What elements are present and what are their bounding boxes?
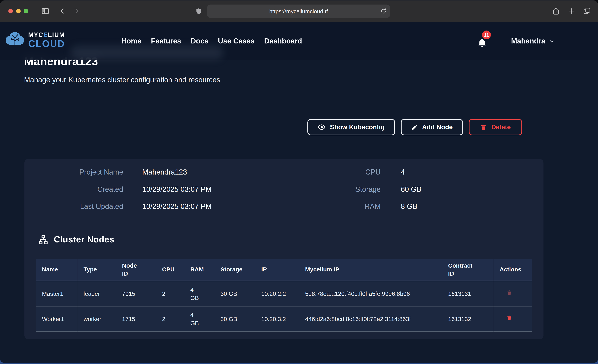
cluster-nodes-table: Name Type Node ID CPU RAM Storage IP Myc… (36, 259, 532, 332)
chevron-down-icon (549, 38, 554, 44)
nav-link-docs[interactable]: Docs (191, 37, 208, 45)
cell-ip: 10.20.3.2 (255, 306, 299, 331)
info-value: 10/29/2025 03:07 PM (142, 185, 212, 194)
url-text: https://myceliumcloud.tf (269, 8, 328, 14)
info-label: Project Name (25, 168, 123, 176)
col-header-mycelium-ip: Mycelium IP (299, 259, 442, 281)
info-row-cpu: CPU 4 (291, 164, 421, 181)
info-row-storage: Storage 60 GB (291, 181, 421, 198)
col-header-cpu: CPU (156, 259, 184, 281)
user-menu[interactable]: Mahendra (511, 22, 554, 60)
info-label: RAM (291, 202, 381, 211)
table-header-row: Name Type Node ID CPU RAM Storage IP Myc… (36, 259, 532, 281)
eye-icon (318, 123, 326, 131)
cell-actions (493, 281, 532, 306)
user-name: Mahendra (511, 37, 545, 45)
cluster-info-left: Project Name Mahendra123 Created 10/29/2… (25, 164, 212, 215)
site-logo[interactable]: MYCELIUM CLOUD (5, 31, 65, 49)
bell-icon (477, 38, 487, 49)
minimize-window-button[interactable] (16, 9, 21, 13)
new-tab-icon[interactable] (567, 7, 576, 16)
cell-ram: 4 GB (184, 281, 215, 306)
table-row: Worker1 worker 1715 2 4 GB 30 GB 10.20.3… (36, 306, 532, 331)
info-value: 4 (401, 168, 405, 176)
info-label: Storage (291, 185, 381, 194)
cell-storage: 30 GB (214, 281, 255, 306)
col-header-actions: Actions (493, 259, 532, 281)
cell-node-id: 1715 (116, 306, 156, 331)
trash-icon (480, 124, 487, 131)
info-label: Created (25, 185, 123, 194)
col-header-contract-id: Contract ID (442, 259, 493, 281)
share-icon[interactable] (552, 7, 561, 16)
info-row-project-name: Project Name Mahendra123 (25, 164, 212, 181)
cloud-logo-icon (5, 31, 25, 49)
delete-label: Delete (491, 123, 511, 131)
delete-node-button[interactable] (507, 289, 512, 296)
notification-badge: 11 (482, 31, 491, 39)
col-header-ip: IP (255, 259, 299, 281)
cell-ram: 4 GB (184, 306, 215, 331)
cluster-actions: Show Kubeconfig Add Node Delete (307, 119, 522, 135)
col-header-node-id: Node ID (116, 259, 156, 281)
nav-links: Home Features Docs Use Cases Dashboard (121, 22, 302, 60)
nav-link-home[interactable]: Home (121, 37, 141, 45)
address-bar[interactable]: https://myceliumcloud.tf (207, 5, 390, 18)
info-value: Mahendra123 (142, 168, 187, 176)
back-icon[interactable] (58, 7, 67, 15)
info-row-created: Created 10/29/2025 03:07 PM (25, 181, 212, 198)
logo-line1: MYCELIUM (28, 32, 65, 38)
info-label: Last Updated (25, 202, 123, 211)
info-value: 60 GB (401, 185, 421, 194)
cell-mycelium-ip: 5d8:78ea:a120:f40c:ff0f:a5fe:99e6:8b96 (299, 281, 442, 306)
privacy-shield-icon[interactable] (195, 7, 202, 15)
info-row-last-updated: Last Updated 10/29/2025 03:07 PM (25, 198, 212, 215)
cell-ip: 10.20.2.2 (255, 281, 299, 306)
cell-name: Master1 (36, 281, 77, 306)
add-node-label: Add Node (422, 123, 453, 131)
logo-wordmark: MYCELIUM CLOUD (28, 32, 65, 48)
col-header-type: Type (77, 259, 116, 281)
trash-icon (507, 314, 512, 321)
nav-link-use-cases[interactable]: Use Cases (218, 37, 255, 45)
page-subtitle: Manage your Kubernetes cluster configura… (24, 76, 220, 84)
forward-icon (73, 7, 81, 15)
browser-window: https://myceliumcloud.tf Mahendra123 Man… (0, 0, 598, 363)
network-icon (38, 234, 49, 245)
add-node-button[interactable]: Add Node (401, 119, 463, 135)
web-page: Mahendra123 Manage your Kubernetes clust… (0, 22, 598, 363)
show-kubeconfig-button[interactable]: Show Kubeconfig (307, 119, 395, 135)
cell-type: worker (77, 306, 116, 331)
delete-node-button[interactable] (507, 314, 512, 321)
info-label: CPU (291, 168, 381, 176)
cluster-nodes-heading: Cluster Nodes (38, 234, 114, 245)
cell-actions (493, 306, 532, 331)
cluster-nodes-title: Cluster Nodes (54, 234, 114, 245)
zoom-window-button[interactable] (24, 9, 28, 13)
col-header-name: Name (36, 259, 77, 281)
cell-cpu: 2 (156, 281, 184, 306)
cell-type: leader (77, 281, 116, 306)
cell-storage: 30 GB (214, 306, 255, 331)
cell-contract-id: 1613132 (442, 306, 493, 331)
nav-link-dashboard[interactable]: Dashboard (264, 37, 302, 45)
pencil-icon (411, 124, 418, 131)
info-row-ram: RAM 8 GB (291, 198, 421, 215)
col-header-storage: Storage (214, 259, 255, 281)
browser-toolbar: https://myceliumcloud.tf (0, 0, 598, 22)
window-controls (8, 9, 28, 13)
cell-cpu: 2 (156, 306, 184, 331)
cluster-details-card: Project Name Mahendra123 Created 10/29/2… (25, 159, 543, 339)
logo-line2: CLOUD (28, 39, 65, 48)
cell-mycelium-ip: 446:d2a6:8bcd:8c16:ff0f:72e2:3114:863f (299, 306, 442, 331)
show-kubeconfig-label: Show Kubeconfig (330, 123, 385, 131)
cluster-info-right: CPU 4 Storage 60 GB RAM 8 GB (291, 164, 421, 215)
delete-cluster-button[interactable]: Delete (469, 119, 522, 135)
notifications-button[interactable]: 11 (477, 33, 492, 50)
tab-overview-icon[interactable] (582, 7, 591, 16)
info-value: 8 GB (401, 202, 417, 211)
sidebar-toggle-icon[interactable] (41, 7, 50, 15)
close-window-button[interactable] (8, 9, 13, 13)
reload-icon[interactable] (380, 8, 387, 14)
nav-link-features[interactable]: Features (151, 37, 181, 45)
